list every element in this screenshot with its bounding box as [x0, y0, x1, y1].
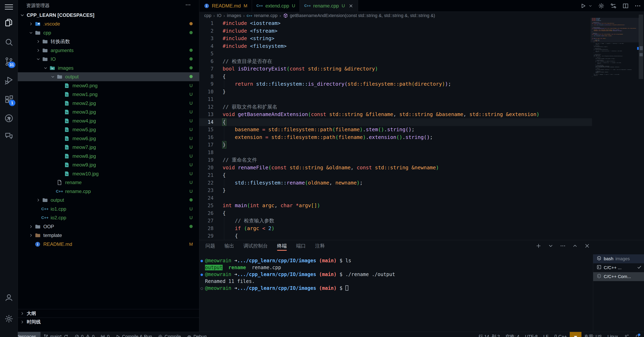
panel-tab-调试控制台[interactable]: 调试控制台 — [244, 240, 268, 251]
tree-item-meow6.jpg[interactable]: meow6.jpg U — [18, 134, 199, 143]
tree-item-output[interactable]: output — [18, 72, 199, 81]
tree-item-rename.cpp[interactable]: C++ rename.cpp U — [18, 187, 199, 196]
ellipsis-icon[interactable] — [185, 2, 191, 9]
chevron-down-icon[interactable] — [548, 243, 554, 249]
tree-item-meow2.jpg[interactable]: meow2.jpg U — [18, 99, 199, 108]
menu-icon[interactable] — [0, 2, 18, 12]
activity-search[interactable] — [0, 34, 18, 50]
tab-label: rename.cpp — [313, 3, 339, 9]
tree-item-meow4.jpg[interactable]: meow4.jpg U — [18, 116, 199, 125]
tree-item-arguments[interactable]: arguments — [18, 46, 199, 55]
tree-item-rename[interactable]: rename U — [18, 178, 199, 187]
tree-item-output[interactable]: output — [18, 196, 199, 205]
status-ports[interactable]: 0 — [97, 332, 112, 337]
terminal[interactable]: ●@meowrain ➜.../cpp_learn/cpp/IO/images … — [199, 256, 592, 331]
folder-images-icon — [48, 65, 56, 71]
tree-item-meow10.jpg[interactable]: meow10.jpg U — [18, 169, 199, 178]
status-debug[interactable]: Debug — [184, 332, 210, 337]
breadcrumb-item[interactable]: images — [227, 13, 241, 18]
tree-item-meow0.png[interactable]: meow0.png U — [18, 81, 199, 90]
tree-item-template[interactable]: template — [18, 231, 199, 240]
activity-manage[interactable] — [0, 311, 18, 327]
gear-icon[interactable] — [598, 3, 605, 9]
tree-root-folder[interactable]: CPP_LEARN [CODESPACES] — [18, 11, 199, 20]
status-feedback[interactable] — [621, 332, 632, 337]
status-keyboard-layout[interactable]: 布局: US — [582, 332, 605, 337]
status-eol[interactable]: LF — [540, 332, 552, 337]
command-decoration-pending[interactable]: ○ — [200, 285, 203, 292]
command-decoration-success[interactable]: ● — [200, 257, 203, 264]
activity-explorer[interactable] — [0, 15, 18, 31]
status-github-copilot[interactable] — [570, 332, 582, 337]
terminal-list-item-bash[interactable]: bash images — [593, 254, 644, 263]
git-status-dot — [188, 224, 194, 229]
status-language-mode[interactable]: {} C++ — [551, 332, 570, 337]
code-line: return std::filesystem::is_directory(std… — [223, 80, 451, 88]
close-icon[interactable] — [584, 243, 590, 249]
tree-item-.vscode[interactable]: .vscode — [18, 20, 199, 28]
panel-tab-注释[interactable]: 注释 — [315, 240, 325, 251]
panel-tab-问题[interactable]: 问题 — [206, 240, 215, 251]
ellipsis-icon[interactable] — [560, 243, 566, 249]
tab-dirty-badge: U — [292, 3, 295, 9]
status-encoding[interactable]: UTF-8 — [522, 332, 540, 337]
breadcrumb-symbol[interactable]: getBasenameAndExtension(const std::strin… — [283, 13, 435, 18]
activity-extensions[interactable]: 1 — [0, 92, 18, 108]
tab-README.md[interactable]: README.md M — [199, 0, 252, 12]
command-decoration-success[interactable]: ● — [200, 271, 203, 278]
panel-tab-输出[interactable]: 输出 — [224, 240, 234, 251]
breadcrumb-file[interactable]: C++rename.cpp — [247, 13, 278, 18]
tree-item-label: meow0.png — [72, 83, 98, 89]
tree-item-meow3.jpg[interactable]: meow3.jpg U — [18, 108, 199, 116]
ellipsis-icon[interactable] — [634, 3, 641, 9]
split-editor-icon[interactable] — [622, 3, 629, 9]
panel-tab-端口[interactable]: 端口 — [296, 240, 306, 251]
activity-accounts[interactable] — [0, 289, 18, 305]
tree-item-meow7.jpg[interactable]: meow7.jpg U — [18, 143, 199, 152]
terminal-list-item-C/C++ Com...[interactable]: C/C++ Com... — [593, 272, 644, 281]
minimap[interactable]: #include <iostream> #include <fstream> #… — [592, 18, 636, 79]
code-editor[interactable]: 1#include <iostream>2#include <fstream>3… — [199, 20, 592, 240]
tree-item-cpp[interactable]: cpp — [18, 28, 199, 37]
outline-section[interactable]: 大纲 — [18, 309, 199, 317]
activity-github[interactable] — [0, 110, 18, 126]
tree-item-meow1.png[interactable]: meow1.png U — [18, 90, 199, 99]
info-icon — [34, 241, 41, 247]
status-label: {} C++ — [554, 334, 567, 337]
status-compile[interactable]: Compile — [155, 332, 184, 337]
status-compile-run[interactable]: Compile & Run — [112, 332, 155, 337]
close-icon[interactable] — [348, 4, 353, 8]
status-cursor-position[interactable]: 行 14, 列 2 — [476, 332, 503, 337]
tab-rename.cpp[interactable]: C++ rename.cpp U — [300, 0, 358, 12]
timeline-section[interactable]: 时间线 — [18, 317, 199, 326]
play-icon[interactable] — [580, 3, 586, 9]
tab-extend.cpp[interactable]: C++ extend.cpp U — [252, 0, 300, 12]
tree-item-IO[interactable]: IO — [18, 55, 199, 64]
activity-run-debug[interactable] — [0, 72, 18, 88]
terminal-list-item-C/C++ ...[interactable]: C/C++ ... — [593, 263, 644, 272]
tree-item-io2.cpp[interactable]: C++ io2.cpp U — [18, 213, 199, 222]
tree-item-io1.cpp[interactable]: C++ io1.cpp U — [18, 205, 199, 213]
chevron-up-icon[interactable] — [572, 243, 578, 249]
activity-source-control[interactable]: 31 — [0, 54, 18, 70]
compare-changes-icon[interactable] — [610, 3, 617, 9]
breadcrumb-item[interactable]: IO — [217, 13, 222, 18]
tree-item-meow9.jpg[interactable]: meow9.jpg U — [18, 160, 199, 169]
status-problems[interactable]: 00 — [72, 332, 98, 337]
cpp-icon: C++ — [41, 215, 48, 220]
plus-icon[interactable] — [536, 243, 542, 249]
panel-tab-终端[interactable]: 终端 — [277, 240, 287, 251]
status-notifications[interactable] — [632, 332, 643, 337]
tree-item-meow5.jpg[interactable]: meow5.jpg U — [18, 125, 199, 134]
activity-comments[interactable] — [0, 128, 18, 144]
tree-item-meow8.jpg[interactable]: meow8.jpg U — [18, 152, 199, 161]
tree-item-images[interactable]: images — [18, 64, 199, 73]
chevron-down-icon[interactable] — [588, 4, 592, 8]
tree-item-README.md[interactable]: README.md M — [18, 240, 199, 249]
status-indentation[interactable]: 空格: 4 — [503, 332, 522, 337]
status-os[interactable]: Linux — [604, 332, 621, 337]
tree-item-OOP[interactable]: OOP — [18, 222, 199, 231]
status-git-branch[interactable]: main* — [40, 332, 71, 337]
breadcrumb-item[interactable]: cpp — [204, 13, 211, 18]
tree-item-转换函数[interactable]: 转换函数 — [18, 37, 199, 46]
